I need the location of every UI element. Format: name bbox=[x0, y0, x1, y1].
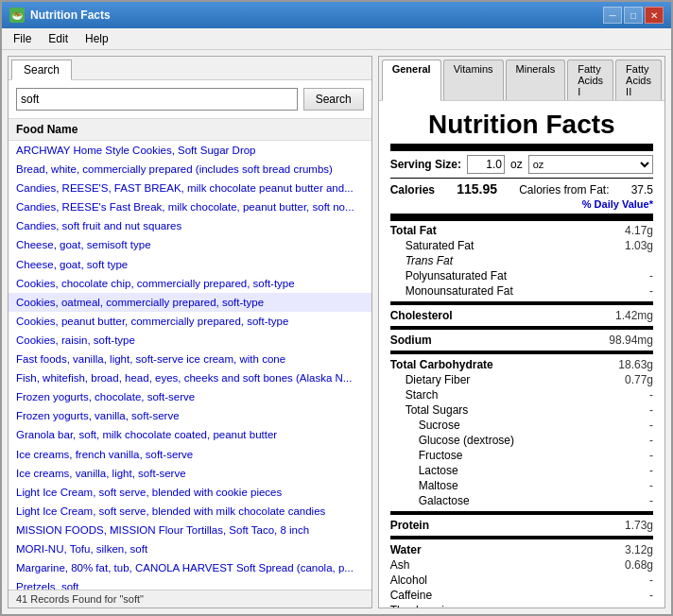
nutrition-label: Dietary Fiber bbox=[390, 373, 471, 386]
med-divider bbox=[390, 351, 653, 354]
list-item[interactable]: Cheese, goat, semisoft type bbox=[9, 235, 371, 254]
main-content: Search Search Food Name ARCHWAY Home Sty… bbox=[2, 50, 671, 614]
nutrition-value: - bbox=[649, 388, 653, 402]
nutrition-label: Protein bbox=[390, 519, 429, 532]
nutrition-value: - bbox=[649, 589, 653, 602]
nutrition-row: Lactose- bbox=[390, 463, 653, 478]
menu-file[interactable]: File bbox=[6, 30, 39, 47]
list-item[interactable]: ARCHWAY Home Style Cookies, Soft Sugar D… bbox=[9, 141, 371, 160]
left-tab-bar: Search bbox=[9, 57, 371, 80]
nutrition-row: Sodium98.94mg bbox=[390, 333, 653, 348]
search-input[interactable] bbox=[16, 88, 298, 111]
tab-vitamins[interactable]: Vitamins bbox=[443, 60, 504, 100]
title-bar-controls: ─ □ ✕ bbox=[603, 7, 664, 24]
list-item[interactable]: Candies, soft fruit and nut squares bbox=[9, 216, 371, 235]
list-item[interactable]: MORI-NU, Tofu, silken, soft bbox=[9, 539, 371, 558]
list-item[interactable]: Frozen yogurts, vanilla, soft-serve bbox=[9, 406, 371, 425]
search-row: Search bbox=[9, 80, 371, 119]
nutrition-rows: Total Fat4.17gSaturated Fat1.03gTrans Fa… bbox=[390, 223, 653, 607]
list-item[interactable]: Cheese, goat, soft type bbox=[9, 255, 371, 274]
nutrition-row: Maltose- bbox=[390, 478, 653, 493]
thin-divider-1 bbox=[390, 178, 653, 179]
tab-search[interactable]: Search bbox=[11, 60, 72, 80]
maximize-button[interactable]: □ bbox=[624, 7, 643, 24]
search-button[interactable]: Search bbox=[303, 88, 364, 111]
nutrition-label: Water bbox=[390, 543, 422, 556]
tab-fatty-acids-i[interactable]: Fatty Acids I bbox=[567, 60, 613, 100]
nutrition-row: Dietary Fiber0.77g bbox=[390, 372, 653, 387]
nutrition-row: Sucrose- bbox=[390, 418, 653, 433]
list-item[interactable]: Bread, white, commercially prepared (inc… bbox=[9, 160, 371, 179]
nutrition-value: - bbox=[649, 573, 653, 587]
list-item[interactable]: Candies, REESE's Fast Break, milk chocol… bbox=[9, 197, 371, 216]
minimize-button[interactable]: ─ bbox=[603, 7, 622, 24]
list-item[interactable]: Frozen yogurts, chocolate, soft-serve bbox=[9, 387, 371, 406]
list-item[interactable]: Cookies, raisin, soft-type bbox=[9, 331, 371, 350]
nutrition-row: Water3.12g bbox=[390, 542, 653, 557]
menu-edit[interactable]: Edit bbox=[41, 30, 76, 47]
nutrition-label: Theobromine bbox=[390, 604, 457, 607]
list-item[interactable]: Granola bar, soft, milk chocolate coated… bbox=[9, 425, 371, 444]
med-divider bbox=[390, 511, 653, 515]
list-item[interactable]: Cookies, chocolate chip, commercially pr… bbox=[9, 274, 371, 293]
nutrition-value: - bbox=[649, 494, 653, 507]
nutrition-row: Alcohol- bbox=[390, 573, 653, 588]
menu-help[interactable]: Help bbox=[78, 30, 116, 47]
nutrition-label: Sucrose bbox=[390, 419, 460, 432]
nutrition-label: Total Fat bbox=[390, 224, 437, 237]
tab-minerals[interactable]: Minerals bbox=[506, 60, 566, 100]
list-item[interactable]: Cookies, oatmeal, commercially prepared,… bbox=[9, 293, 371, 312]
nutrition-label: Monounsaturated Fat bbox=[390, 284, 513, 298]
food-list[interactable]: ARCHWAY Home Style Cookies, Soft Sugar D… bbox=[9, 141, 371, 590]
list-item[interactable]: Ice creams, french vanilla, soft-serve bbox=[9, 445, 371, 464]
nutrition-value: 4.17g bbox=[625, 224, 653, 237]
close-button[interactable]: ✕ bbox=[645, 7, 664, 24]
list-item[interactable]: Fast foods, vanilla, light, soft-serve i… bbox=[9, 350, 371, 368]
nutrition-label: Starch bbox=[390, 388, 439, 402]
med-divider bbox=[390, 536, 653, 539]
nutrition-label: Fructose bbox=[390, 449, 463, 462]
tab-fatty-acids-ii[interactable]: Fatty Acids II bbox=[615, 60, 662, 100]
list-item[interactable]: Margarine, 80% fat, tub, CANOLA HARVEST … bbox=[9, 558, 371, 577]
nutrition-value: - bbox=[649, 449, 653, 462]
nutrition-value: 1.73g bbox=[625, 519, 653, 532]
list-item[interactable]: Light Ice Cream, soft serve, blended wit… bbox=[9, 483, 371, 502]
nutrition-label: Galactose bbox=[390, 494, 470, 507]
serving-size-input[interactable] bbox=[467, 155, 505, 174]
nutrition-value: - bbox=[649, 479, 653, 492]
list-item[interactable]: Candies, REESE'S, FAST BREAK, milk choco… bbox=[9, 179, 371, 197]
list-item[interactable]: MISSION FOODS, MISSION Flour Tortillas, … bbox=[9, 521, 371, 539]
list-item[interactable]: Ice creams, vanilla, light, soft-serve bbox=[9, 464, 371, 483]
calories-row: Calories 115.95 Calories from Fat: 37.5 bbox=[390, 181, 653, 197]
nutrition-row: Starch- bbox=[390, 387, 653, 402]
list-item[interactable]: Light Ice Cream, soft serve, blended wit… bbox=[9, 502, 371, 521]
daily-value-label: % Daily Value* bbox=[390, 198, 653, 210]
nutrition-facts-title: Nutrition Facts bbox=[390, 111, 653, 140]
calories-value: 115.95 bbox=[457, 181, 497, 197]
right-panel: GeneralVitaminsMineralsFatty Acids IFatt… bbox=[378, 56, 665, 608]
nutrition-value: - bbox=[649, 434, 653, 447]
list-item[interactable]: Cookies, peanut butter, commercially pre… bbox=[9, 312, 371, 331]
nutrition-label: Trans Fat bbox=[390, 254, 453, 267]
nutrition-row: Protein1.73g bbox=[390, 518, 653, 533]
nutrition-label: Maltose bbox=[390, 479, 458, 492]
nutrition-row: Glucose (dextrose)- bbox=[390, 433, 653, 448]
list-item[interactable]: Pretzels, soft bbox=[9, 577, 371, 590]
list-item[interactable]: Fish, whitefish, broad, head, eyes, chee… bbox=[9, 368, 371, 387]
nutrition-value: 18.63g bbox=[618, 358, 653, 371]
right-tab-bar: GeneralVitaminsMineralsFatty Acids IFatt… bbox=[379, 57, 664, 101]
nutrition-value: - bbox=[649, 403, 653, 417]
nutrition-row: Total Fat4.17g bbox=[390, 223, 653, 238]
nutrition-value: 1.42mg bbox=[615, 309, 653, 322]
nutrition-value: - bbox=[649, 284, 653, 298]
nutrition-label: Saturated Fat bbox=[390, 239, 475, 252]
nutrition-label: Cholesterol bbox=[390, 309, 453, 322]
nutrition-label: Glucose (dextrose) bbox=[390, 434, 514, 447]
nutrition-value: - bbox=[649, 604, 653, 607]
nutrition-label: Total Sugars bbox=[390, 403, 469, 417]
window-title: Nutrition Facts bbox=[30, 9, 111, 22]
status-bar: 41 Records Found for "soft" bbox=[9, 590, 371, 607]
tab-general[interactable]: General bbox=[382, 60, 441, 101]
serving-unit-select[interactable]: oz g cup bbox=[528, 155, 653, 174]
calories-label: Calories bbox=[390, 183, 435, 197]
